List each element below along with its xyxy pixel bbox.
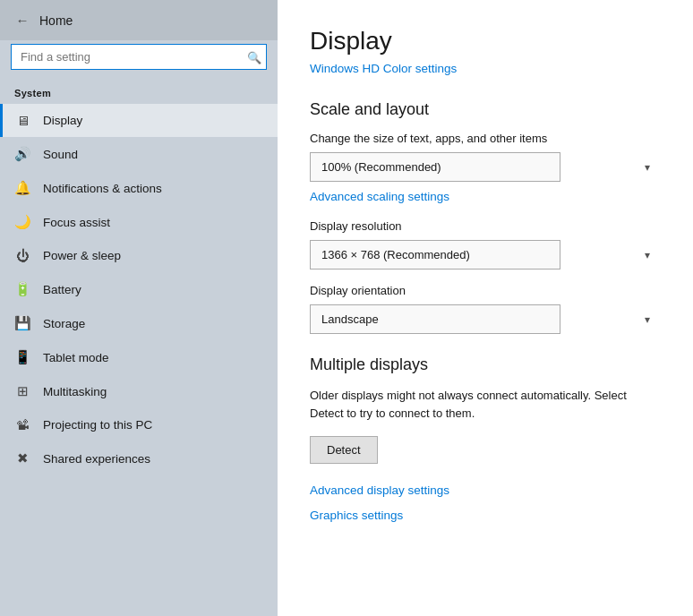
sidebar-item-projecting-label: Projecting to this PC: [43, 418, 152, 432]
multiple-displays-heading: Multiple displays: [310, 355, 661, 374]
sidebar-item-focus-assist-label: Focus assist: [43, 216, 110, 229]
sidebar-item-notifications-label: Notifications & actions: [43, 182, 162, 195]
main-content: Display Windows HD Color settings Scale …: [278, 0, 693, 616]
tablet-mode-icon: 📱: [14, 349, 30, 365]
sidebar-item-shared-experiences-label: Shared experiences: [43, 452, 150, 466]
sidebar-item-tablet-mode-label: Tablet mode: [43, 351, 109, 364]
detect-button[interactable]: Detect: [310, 436, 378, 464]
home-icon: ←: [14, 13, 30, 28]
resolution-field-label: Display resolution: [310, 219, 661, 233]
page-title: Display: [310, 27, 661, 56]
sidebar-item-multitasking[interactable]: ⊞ Multitasking: [0, 374, 278, 408]
search-container: 🔍: [0, 40, 278, 79]
sidebar-item-battery-label: Battery: [43, 283, 81, 296]
focus-assist-icon: 🌙: [14, 214, 30, 230]
orientation-field-label: Display orientation: [310, 284, 661, 297]
sidebar-item-power-sleep-label: Power & sleep: [43, 249, 121, 262]
orientation-select-wrap: Landscape Portrait Landscape (flipped) P…: [310, 304, 661, 334]
sidebar-item-notifications[interactable]: 🔔 Notifications & actions: [0, 171, 278, 205]
sidebar-item-shared-experiences[interactable]: ✖ Shared experiences: [0, 441, 278, 475]
notifications-icon: 🔔: [14, 180, 30, 196]
sidebar-item-display[interactable]: 🖥 Display: [0, 104, 278, 137]
sidebar-item-home[interactable]: ← Home: [0, 0, 278, 40]
scale-select-wrap: 100% (Recommended) 125% 150% 175% ▾: [310, 152, 661, 182]
display-icon: 🖥: [14, 113, 30, 128]
sidebar-item-focus-assist[interactable]: 🌙 Focus assist: [0, 205, 278, 239]
sidebar-item-projecting[interactable]: 📽 Projecting to this PC: [0, 408, 278, 441]
windows-hd-color-link[interactable]: Windows HD Color settings: [310, 62, 457, 75]
projecting-icon: 📽: [14, 417, 30, 432]
scale-field-label: Change the size of text, apps, and other…: [310, 132, 661, 145]
sidebar-item-battery[interactable]: 🔋 Battery: [0, 272, 278, 306]
advanced-scaling-link[interactable]: Advanced scaling settings: [310, 190, 449, 203]
orientation-select[interactable]: Landscape Portrait Landscape (flipped) P…: [310, 304, 560, 334]
sidebar-item-tablet-mode[interactable]: 📱 Tablet mode: [0, 340, 278, 374]
graphics-settings-link[interactable]: Graphics settings: [310, 509, 403, 522]
shared-experiences-icon: ✖: [14, 450, 30, 466]
sidebar-item-display-label: Display: [43, 114, 82, 127]
multiple-displays-text: Older displays might not always connect …: [310, 387, 661, 422]
sidebar-item-power-sleep[interactable]: ⏻ Power & sleep: [0, 239, 278, 272]
sidebar: ← Home 🔍 System 🖥 Display 🔊 Sound 🔔 Noti…: [0, 0, 278, 616]
resolution-select[interactable]: 1366 × 768 (Recommended) 1280 × 720 1024…: [310, 240, 560, 270]
search-icon-button[interactable]: 🔍: [247, 50, 261, 64]
search-input[interactable]: [11, 44, 267, 70]
storage-icon: 💾: [14, 315, 30, 331]
scale-layout-heading: Scale and layout: [310, 100, 661, 119]
system-section-label: System: [0, 79, 278, 104]
power-sleep-icon: ⏻: [14, 248, 30, 263]
orientation-chevron-icon: ▾: [645, 313, 650, 326]
battery-icon: 🔋: [14, 281, 30, 297]
resolution-chevron-icon: ▾: [645, 249, 650, 261]
scale-chevron-icon: ▾: [645, 161, 650, 174]
sidebar-item-sound[interactable]: 🔊 Sound: [0, 137, 278, 171]
multitasking-icon: ⊞: [14, 383, 30, 399]
resolution-select-wrap: 1366 × 768 (Recommended) 1280 × 720 1024…: [310, 240, 661, 270]
sidebar-item-storage-label: Storage: [43, 317, 85, 330]
advanced-display-link[interactable]: Advanced display settings: [310, 483, 661, 497]
sidebar-item-sound-label: Sound: [43, 148, 78, 161]
sidebar-item-multitasking-label: Multitasking: [43, 385, 107, 398]
sound-icon: 🔊: [14, 146, 30, 162]
home-label: Home: [39, 13, 73, 28]
sidebar-item-storage[interactable]: 💾 Storage: [0, 306, 278, 340]
scale-select[interactable]: 100% (Recommended) 125% 150% 175%: [310, 152, 560, 182]
